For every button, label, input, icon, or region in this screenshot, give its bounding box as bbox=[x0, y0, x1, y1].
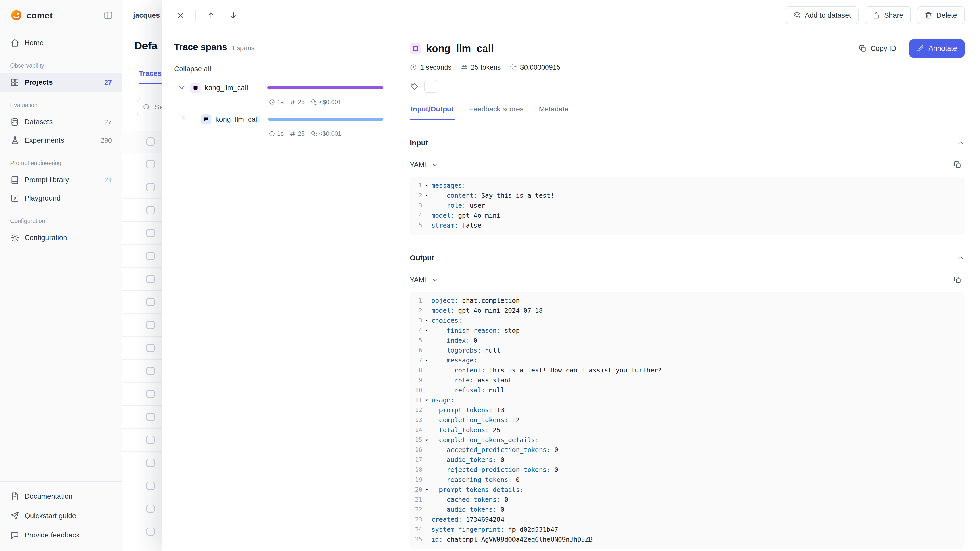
code-collapse-icon[interactable] bbox=[422, 435, 431, 445]
output-format-row: YAML bbox=[410, 272, 965, 287]
sidebar-item-datasets[interactable]: Datasets27 bbox=[0, 113, 122, 131]
code-line: 3 role: user bbox=[411, 200, 959, 210]
code-collapse-icon[interactable] bbox=[422, 181, 431, 191]
sidebar-nav: HomeObservabilityProjects27EvaluationDat… bbox=[0, 30, 122, 481]
trace-span-row[interactable]: kong_llm_call bbox=[174, 113, 383, 126]
collapse-all-button[interactable]: Collapse all bbox=[174, 65, 211, 73]
close-button[interactable] bbox=[173, 8, 188, 23]
copy-output-button[interactable] bbox=[950, 273, 965, 287]
llm-span-icon bbox=[410, 43, 421, 54]
span-title: kong_llm_call bbox=[426, 43, 494, 54]
row-checkbox[interactable] bbox=[146, 527, 155, 536]
hash-icon bbox=[461, 64, 468, 71]
copy-input-button[interactable] bbox=[950, 158, 965, 172]
span-stat-hash: 25 bbox=[290, 130, 305, 137]
code-collapse-spacer bbox=[422, 295, 431, 306]
code-line: 3choices: bbox=[411, 316, 959, 326]
add-to-dataset-button[interactable]: Add to dataset bbox=[786, 6, 859, 24]
code-collapse-icon[interactable] bbox=[422, 355, 431, 365]
delete-button[interactable]: Delete bbox=[917, 6, 965, 24]
row-checkbox[interactable] bbox=[146, 367, 155, 375]
code-collapse-spacer bbox=[422, 425, 431, 435]
sidebar-item-count: 290 bbox=[101, 137, 112, 144]
row-checkbox[interactable] bbox=[146, 321, 155, 329]
code-text: stream: false bbox=[431, 221, 481, 230]
code-line: 13 completion_tokens: 12 bbox=[411, 415, 959, 425]
row-checkbox[interactable] bbox=[146, 436, 155, 444]
code-collapse-icon[interactable] bbox=[422, 395, 431, 405]
sidebar-item-configuration[interactable]: Configuration bbox=[0, 229, 122, 247]
sidebar-item-experiments[interactable]: Experiments290 bbox=[0, 131, 122, 149]
sidebar-collapse-icon[interactable] bbox=[103, 11, 113, 20]
copy-id-button[interactable]: Copy ID bbox=[851, 39, 904, 58]
sidebar-item-count: 27 bbox=[104, 118, 112, 126]
row-checkbox[interactable] bbox=[146, 183, 155, 191]
code-collapse-icon[interactable] bbox=[422, 316, 431, 326]
row-checkbox[interactable] bbox=[146, 229, 155, 237]
sidebar-item-label: Playground bbox=[24, 194, 61, 202]
tab-traces[interactable]: Traces bbox=[139, 69, 162, 84]
code-collapse-icon[interactable] bbox=[422, 326, 431, 335]
code-collapse-spacer bbox=[422, 200, 431, 210]
sidebar-item-projects[interactable]: Projects27 bbox=[0, 73, 122, 92]
row-checkbox[interactable] bbox=[146, 505, 155, 513]
comet-logo-icon bbox=[10, 9, 22, 21]
tab-metadata[interactable]: Metadata bbox=[538, 101, 570, 121]
nav-section-label: Prompt engineering bbox=[0, 149, 122, 171]
trace-spans-header: Trace spans 1 spans bbox=[162, 30, 396, 52]
sidebar-item-prompt-library[interactable]: Prompt library21 bbox=[0, 171, 122, 189]
trace-detail-overlay: Trace spans 1 spans Collapse all kong_ll… bbox=[162, 0, 980, 551]
span-square-icon bbox=[412, 45, 419, 52]
row-checkbox[interactable] bbox=[146, 344, 155, 352]
collapse-output-icon[interactable] bbox=[956, 254, 965, 262]
meta-hash: 25 tokens bbox=[461, 64, 501, 71]
tab-feedback-scores[interactable]: Feedback scores bbox=[468, 101, 525, 121]
tab-input-output[interactable]: Input/Output bbox=[410, 101, 455, 121]
output-section-title: Output bbox=[410, 254, 434, 262]
row-checkbox[interactable] bbox=[146, 160, 155, 168]
prev-trace-button[interactable] bbox=[203, 8, 218, 23]
sidebar-item-quickstart-guide[interactable]: Quickstart guide bbox=[0, 506, 122, 526]
share-button[interactable]: Share bbox=[865, 6, 911, 24]
annotate-button[interactable]: Annotate bbox=[909, 39, 965, 58]
code-line: 11usage: bbox=[411, 395, 959, 405]
next-trace-button[interactable] bbox=[226, 8, 241, 23]
trace-span-row[interactable]: kong_llm_call bbox=[174, 81, 383, 94]
sidebar-item-playground[interactable]: Playground bbox=[0, 189, 122, 207]
coins-icon bbox=[311, 99, 317, 105]
input-format-row: YAML bbox=[410, 157, 965, 172]
code-text: - content: Say this is a test! bbox=[431, 191, 554, 200]
row-checkbox[interactable] bbox=[146, 413, 155, 421]
sidebar-item-home[interactable]: Home bbox=[0, 34, 122, 52]
row-checkbox[interactable] bbox=[146, 252, 155, 260]
row-checkbox[interactable] bbox=[146, 298, 155, 306]
row-checkbox[interactable] bbox=[146, 459, 155, 467]
code-line: 4model: gpt-4o-mini bbox=[411, 210, 959, 221]
collapse-input-icon[interactable] bbox=[956, 139, 965, 147]
input-format-select[interactable]: YAML bbox=[410, 161, 438, 169]
output-format-select[interactable]: YAML bbox=[410, 276, 438, 284]
span-meta: 1 seconds25 tokens$0.00000915 bbox=[410, 62, 965, 73]
add-tag-button[interactable] bbox=[424, 79, 438, 93]
prompt-library-icon bbox=[10, 175, 19, 184]
code-collapse-spacer bbox=[422, 465, 431, 475]
row-checkbox[interactable] bbox=[146, 275, 155, 283]
row-checkbox[interactable] bbox=[146, 206, 155, 214]
chevron-down-icon[interactable] bbox=[177, 83, 186, 92]
select-all-checkbox[interactable] bbox=[146, 138, 155, 146]
output-format-value: YAML bbox=[410, 276, 428, 284]
sidebar-item-provide-feedback[interactable]: Provide feedback bbox=[0, 526, 122, 545]
meta-value: 25 tokens bbox=[471, 64, 501, 71]
row-checkbox[interactable] bbox=[146, 482, 155, 490]
code-line: 23created: 1734694284 bbox=[411, 514, 959, 524]
sidebar-item-documentation[interactable]: Documentation bbox=[0, 487, 122, 506]
code-text: choices: bbox=[431, 316, 462, 326]
hash-icon bbox=[290, 130, 296, 137]
comet-logo[interactable]: comet bbox=[10, 9, 52, 21]
nav-section-label: Configuration bbox=[0, 207, 122, 229]
row-checkbox[interactable] bbox=[146, 390, 155, 398]
output-section-header: Output bbox=[410, 251, 965, 265]
code-collapse-icon[interactable] bbox=[422, 485, 431, 495]
search-icon bbox=[142, 103, 151, 111]
code-collapse-icon[interactable] bbox=[422, 191, 431, 200]
